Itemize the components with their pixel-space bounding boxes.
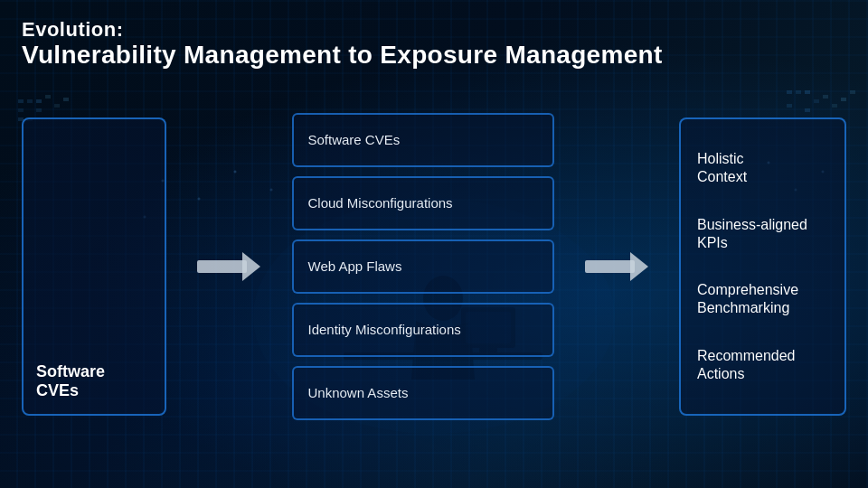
middle-box-3: Identity Misconfigurations	[292, 303, 554, 357]
title-line1: Evolution:	[22, 18, 846, 42]
main-content: Evolution: Vulnerability Management to E…	[0, 0, 868, 488]
right-item-3: RecommendedActions	[697, 347, 828, 383]
right-box: HolisticContext Business-alignedKPIs Com…	[679, 117, 846, 416]
middle-column: Software CVEs Cloud Misconfigurations We…	[292, 113, 554, 420]
middle-box-2: Web App Flaws	[292, 239, 554, 294]
title-line2: Vulnerability Management to Exposure Man…	[22, 42, 846, 70]
middle-box-label-2: Web App Flaws	[308, 258, 402, 274]
middle-box-label-3: Identity Misconfigurations	[308, 322, 461, 337]
arrow-shape-1	[197, 252, 260, 281]
middle-box-label-4: Unknown Assets	[308, 385, 409, 400]
title-section: Evolution: Vulnerability Management to E…	[22, 18, 846, 70]
middle-box-1: Cloud Misconfigurations	[292, 176, 554, 230]
middle-box-label-0: Software CVEs	[308, 132, 401, 147]
right-item-0: HolisticContext	[697, 150, 828, 186]
right-item-2: ComprehensiveBenchmarking	[697, 281, 828, 317]
arrow-2	[580, 252, 654, 281]
middle-box-0: Software CVEs	[292, 113, 554, 167]
arrow-shape-2	[585, 252, 648, 281]
arrow-1	[192, 252, 266, 281]
left-software-cves-box: Software CVEs	[22, 117, 166, 416]
middle-box-4: Unknown Assets	[292, 366, 554, 420]
middle-box-label-1: Cloud Misconfigurations	[308, 195, 453, 211]
right-item-1: Business-alignedKPIs	[697, 216, 828, 252]
left-box-label: Software CVEs	[36, 362, 152, 401]
diagram: Software CVEs Software CVEs Cloud Miscon…	[22, 86, 846, 438]
